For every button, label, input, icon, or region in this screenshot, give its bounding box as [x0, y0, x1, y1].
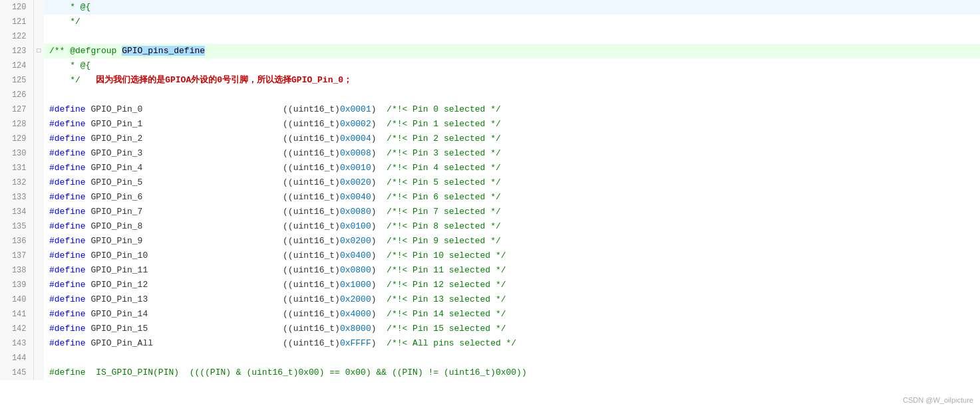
code-segment: )	[371, 294, 377, 304]
fold-indicator	[33, 351, 44, 365]
code-segment: 0x0002	[340, 119, 371, 129]
code-segment: )	[371, 119, 377, 129]
code-segment: ((uint16_t)	[283, 134, 340, 144]
code-segment: )	[371, 163, 377, 173]
code-line-content: */	[44, 15, 980, 29]
table-row: 144	[0, 351, 980, 365]
code-segment: #define	[49, 265, 86, 275]
code-line-content: #define GPIO_Pin_2 ((uint16_t)0x0004) /*…	[44, 132, 980, 146]
code-line-content: #define GPIO_Pin_15 ((uint16_t)0x8000) /…	[44, 322, 980, 336]
code-segment: #define	[49, 221, 86, 231]
code-segment: 0x0400	[340, 251, 371, 260]
line-number: 137	[0, 249, 33, 263]
fold-indicator	[33, 336, 44, 351]
fold-indicator	[33, 132, 44, 146]
code-segment: ((uint16_t)	[283, 309, 340, 319]
code-segment: 0x0010	[340, 163, 371, 173]
fold-indicator	[33, 15, 44, 29]
code-line-content: * @{	[44, 58, 980, 73]
fold-indicator	[33, 117, 44, 132]
code-editor: 120 * @{121 */122 123□/** @defgroup GPIO…	[0, 0, 980, 408]
fold-indicator	[33, 365, 44, 380]
code-segment: GPIO_Pin_11	[86, 265, 283, 275]
line-number: 125	[0, 73, 33, 88]
table-row: 125 */ 因为我们选择的是GPIOA外设的0号引脚，所以选择GPIO_Pin…	[0, 73, 980, 88]
code-line-content	[44, 29, 980, 44]
code-segment: #define	[49, 148, 86, 158]
code-line-content: #define GPIO_Pin_5 ((uint16_t)0x0020) /*…	[44, 175, 980, 190]
line-number: 142	[0, 322, 33, 336]
code-segment: 0x8000	[340, 324, 371, 334]
fold-indicator	[33, 29, 44, 44]
code-line-content	[44, 88, 980, 102]
code-line-content: #define GPIO_Pin_6 ((uint16_t)0x0040) /*…	[44, 190, 980, 205]
code-segment: )	[371, 104, 377, 114]
code-segment: )	[371, 265, 377, 275]
fold-indicator	[33, 161, 44, 175]
line-number: 128	[0, 117, 33, 132]
code-line-content: * @{	[44, 0, 980, 15]
table-row: 143#define GPIO_Pin_All ((uint16_t)0xFFF…	[0, 336, 980, 351]
code-segment: )	[371, 192, 377, 202]
table-row: 145#define IS_GPIO_PIN(PIN) ((((PIN) & (…	[0, 365, 980, 380]
code-segment: #define	[49, 207, 86, 217]
line-number: 123	[0, 44, 33, 58]
table-row: 129#define GPIO_Pin_2 ((uint16_t)0x0004)…	[0, 132, 980, 146]
code-segment: * @{	[49, 2, 90, 12]
fold-indicator	[33, 219, 44, 234]
code-segment: #define	[49, 251, 86, 260]
line-number: 120	[0, 0, 33, 15]
table-row: 138#define GPIO_Pin_11 ((uint16_t)0x0800…	[0, 263, 980, 278]
fold-indicator	[33, 102, 44, 117]
table-row: 136#define GPIO_Pin_9 ((uint16_t)0x0200)…	[0, 234, 980, 249]
code-segment: ((uint16_t)	[283, 236, 340, 246]
code-table: 120 * @{121 */122 123□/** @defgroup GPIO…	[0, 0, 980, 380]
code-segment: )	[371, 280, 377, 290]
code-segment: 0x4000	[340, 309, 371, 319]
table-row: 132#define GPIO_Pin_5 ((uint16_t)0x0020)…	[0, 175, 980, 190]
fold-indicator	[33, 249, 44, 263]
fold-indicator	[33, 234, 44, 249]
fold-indicator[interactable]: □	[33, 44, 44, 58]
code-segment: /*!< Pin 5 selected */	[377, 177, 501, 187]
code-line-content: #define GPIO_Pin_11 ((uint16_t)0x0800) /…	[44, 263, 980, 278]
table-row: 128#define GPIO_Pin_1 ((uint16_t)0x0002)…	[0, 117, 980, 132]
code-segment: ((uint16_t)	[283, 104, 340, 114]
code-segment: GPIO_Pin_10	[86, 251, 283, 260]
code-segment: ((uint16_t)	[283, 177, 340, 187]
line-number: 130	[0, 146, 33, 161]
code-segment: ((uint16_t)	[283, 163, 340, 173]
code-segment: 0x2000	[340, 294, 371, 304]
code-segment: */	[49, 75, 96, 85]
code-segment: 0x0020	[340, 177, 371, 187]
code-segment: 0x0080	[340, 207, 371, 217]
code-segment: /*!< Pin 14 selected */	[377, 309, 506, 319]
line-number: 131	[0, 161, 33, 175]
code-segment: ((uint16_t)	[283, 119, 340, 129]
line-number: 141	[0, 307, 33, 322]
code-segment: GPIO_Pin_6	[86, 192, 283, 202]
line-number: 136	[0, 234, 33, 249]
line-number: 145	[0, 365, 33, 380]
fold-indicator	[33, 175, 44, 190]
code-segment: ((uint16_t)	[283, 148, 340, 158]
table-row: 122	[0, 29, 980, 44]
code-segment: GPIO_Pin_4	[86, 163, 283, 173]
code-segment: /*!< Pin 12 selected */	[377, 280, 506, 290]
fold-indicator	[33, 73, 44, 88]
table-row: 126	[0, 88, 980, 102]
code-segment: GPIO_Pin_12	[86, 280, 283, 290]
code-segment: /*!< Pin 9 selected */	[377, 236, 501, 246]
table-row: 127#define GPIO_Pin_0 ((uint16_t)0x0001)…	[0, 102, 980, 117]
code-segment: #define	[49, 104, 86, 114]
code-segment: /*!< Pin 6 selected */	[377, 192, 501, 202]
code-segment: GPIO_Pin_2	[86, 134, 283, 144]
code-segment: ((uint16_t)	[283, 251, 340, 260]
code-segment: ((uint16_t)	[283, 265, 340, 275]
code-segment: ((uint16_t)	[283, 192, 340, 202]
code-line-content: #define GPIO_Pin_3 ((uint16_t)0x0008) /*…	[44, 146, 980, 161]
fold-indicator	[33, 322, 44, 336]
code-segment: )	[371, 221, 377, 231]
code-segment: #define	[49, 294, 86, 304]
code-line-content: */ 因为我们选择的是GPIOA外设的0号引脚，所以选择GPIO_Pin_0；	[44, 73, 980, 88]
